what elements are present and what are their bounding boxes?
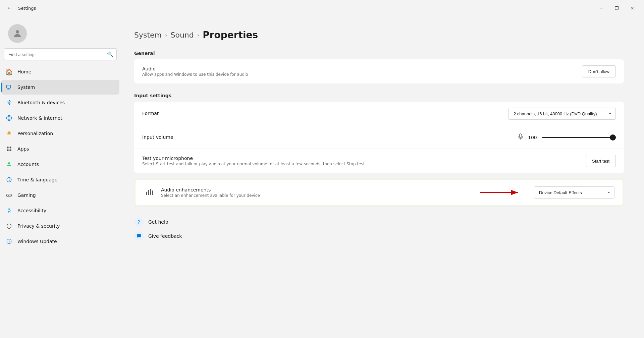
sidebar-item-home[interactable]: 🏠 Home — [1, 64, 119, 79]
format-select[interactable]: 2 channels, 16 bit, 48000 Hz (DVD Qualit… — [508, 108, 616, 120]
enhancements-desc: Select an enhancement available for your… — [161, 193, 341, 198]
accounts-icon — [5, 161, 13, 168]
volume-value: 100 — [528, 135, 538, 140]
sidebar-item-label-accounts: Accounts — [17, 162, 39, 167]
svg-rect-18 — [152, 190, 153, 195]
breadcrumb: System › Sound › Properties — [134, 30, 624, 41]
svg-rect-11 — [7, 194, 12, 197]
search-input[interactable] — [4, 48, 117, 60]
sidebar-item-label-accessibility: Accessibility — [17, 208, 46, 213]
enhancements-select[interactable]: Device Default Effects — [534, 186, 614, 199]
svg-rect-1 — [7, 85, 11, 88]
sidebar-item-label-system: System — [17, 84, 35, 90]
format-text: Format — [142, 111, 500, 117]
enhancements-text: Audio enhancements Select an enhancement… — [161, 187, 341, 198]
sidebar-item-label-time: Time & language — [17, 177, 57, 182]
breadcrumb-system[interactable]: System — [134, 31, 162, 39]
user-profile[interactable] — [0, 16, 121, 48]
back-button[interactable]: ← — [4, 3, 15, 13]
get-help-label: Get help — [148, 219, 168, 225]
svg-rect-7 — [7, 150, 8, 151]
sidebar: 🔍 🏠 Home System Bluetooth & devices — [0, 16, 121, 338]
window-controls: − ❐ ✕ — [594, 3, 640, 13]
titlebar: ← Settings − ❐ ✕ — [0, 0, 644, 16]
sidebar-item-apps[interactable]: Apps — [1, 142, 119, 156]
sidebar-item-label-network: Network & internet — [17, 115, 62, 121]
breadcrumb-sep-2: › — [197, 32, 199, 38]
time-icon — [5, 176, 13, 183]
enhancements-section: Audio enhancements Select an enhancement… — [134, 178, 624, 207]
mic-icon — [517, 133, 524, 142]
sidebar-item-network[interactable]: Network & internet — [1, 111, 119, 125]
sidebar-item-label-update: Windows Update — [17, 239, 57, 244]
give-feedback-label: Give feedback — [148, 233, 182, 239]
audio-card: Audio Allow apps and Windows to use this… — [134, 59, 624, 83]
start-test-button[interactable]: Start test — [586, 155, 616, 167]
app-title: Settings — [18, 6, 590, 11]
sidebar-item-label-bluetooth: Bluetooth & devices — [17, 100, 65, 105]
sidebar-item-update[interactable]: Windows Update — [1, 234, 119, 249]
network-icon — [5, 114, 13, 122]
enhancements-row: Audio enhancements Select an enhancement… — [136, 180, 623, 205]
get-help-link[interactable]: ? Get help — [134, 217, 624, 227]
svg-point-9 — [8, 162, 10, 164]
red-arrow — [341, 188, 521, 196]
sidebar-item-label-personalization: Personalization — [17, 131, 53, 136]
give-feedback-link[interactable]: Give feedback — [134, 231, 624, 241]
volume-slider[interactable] — [542, 137, 616, 138]
search-container: 🔍 — [4, 48, 117, 60]
privacy-icon — [5, 222, 13, 230]
svg-rect-2 — [8, 89, 10, 89]
apps-icon — [5, 145, 13, 153]
sidebar-item-accounts[interactable]: Accounts — [1, 157, 119, 172]
breadcrumb-sound[interactable]: Sound — [170, 31, 194, 39]
enhancements-title: Audio enhancements — [161, 187, 341, 192]
audio-action: Don't allow — [582, 65, 616, 77]
sidebar-item-gaming[interactable]: Gaming — [1, 188, 119, 203]
enhancements-action: Device Default Effects — [534, 186, 614, 199]
sidebar-item-personalization[interactable]: Personalization — [1, 126, 119, 141]
sidebar-item-bluetooth[interactable]: Bluetooth & devices — [1, 95, 119, 110]
svg-rect-8 — [10, 150, 11, 151]
avatar — [8, 24, 27, 43]
dont-allow-button[interactable]: Don't allow — [582, 65, 616, 77]
svg-rect-3 — [7, 89, 10, 89]
format-row: Format 2 channels, 16 bit, 48000 Hz (DVD… — [134, 102, 624, 126]
bottom-links: ? Get help Give feedback — [134, 217, 624, 241]
svg-rect-5 — [7, 147, 8, 148]
audio-row: Audio Allow apps and Windows to use this… — [134, 59, 624, 83]
accessibility-icon — [5, 207, 13, 214]
sidebar-item-accessibility[interactable]: Accessibility — [1, 203, 119, 218]
sidebar-item-label-gaming: Gaming — [17, 192, 36, 198]
enhancements-card: Audio enhancements Select an enhancement… — [136, 180, 623, 205]
volume-text: Input volume — [142, 134, 509, 140]
test-mic-row: Test your microphone Select Start test a… — [134, 149, 624, 173]
svg-rect-17 — [150, 189, 151, 195]
format-action: 2 channels, 16 bit, 48000 Hz (DVD Qualit… — [508, 108, 616, 120]
main-content: System › Sound › Properties General Audi… — [121, 16, 644, 338]
close-button[interactable]: ✕ — [625, 3, 640, 13]
update-icon — [5, 238, 13, 245]
breadcrumb-sep-1: › — [165, 32, 167, 38]
restore-button[interactable]: ❐ — [609, 3, 625, 13]
sidebar-item-privacy[interactable]: Privacy & security — [1, 219, 119, 233]
svg-rect-6 — [10, 147, 11, 148]
sidebar-item-time[interactable]: Time & language — [1, 172, 119, 187]
volume-title: Input volume — [142, 134, 509, 140]
sidebar-item-label-apps: Apps — [17, 146, 29, 152]
minimize-button[interactable]: − — [594, 3, 609, 13]
sidebar-item-system[interactable]: System — [1, 80, 119, 95]
test-mic-text: Test your microphone Select Start test a… — [142, 156, 578, 166]
svg-rect-15 — [146, 192, 148, 195]
app-body: 🔍 🏠 Home System Bluetooth & devices — [0, 16, 644, 338]
sidebar-nav: 🏠 Home System Bluetooth & devices Netw — [0, 64, 121, 249]
audio-title: Audio — [142, 66, 574, 71]
system-icon — [5, 83, 13, 91]
volume-action: 100 — [517, 133, 616, 142]
svg-rect-16 — [148, 190, 149, 195]
sidebar-item-label-privacy: Privacy & security — [17, 223, 60, 229]
format-title: Format — [142, 111, 500, 116]
gaming-icon — [5, 191, 13, 199]
sidebar-item-label-home: Home — [17, 69, 31, 74]
svg-point-12 — [9, 208, 10, 209]
